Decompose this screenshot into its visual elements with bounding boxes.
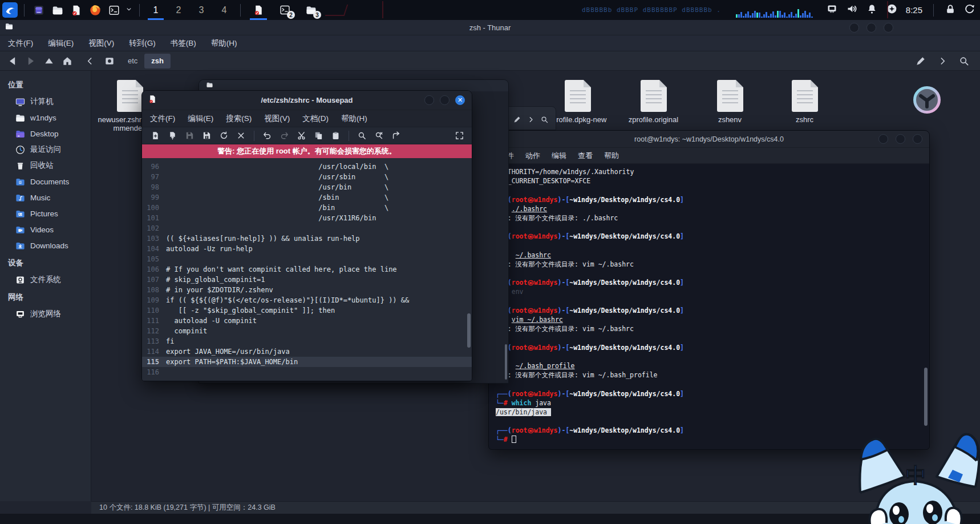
editor-line-108[interactable]: 108# in your $ZDOTDIR/.zshenv xyxy=(142,285,472,295)
mousepad-menu-文档(D)[interactable]: 文档(D) xyxy=(302,114,329,124)
thunar-menu-文件(F)[interactable]: 文件(F) xyxy=(8,38,33,49)
terminal-menu-编辑[interactable]: 编辑 xyxy=(552,151,566,161)
editor-line-96[interactable]: 96 /usr/local/bin \ xyxy=(142,162,472,172)
breadcrumb-root-button[interactable] xyxy=(100,54,119,68)
launcher-file-manager[interactable] xyxy=(50,2,65,18)
editor-line-109[interactable]: 109if (( ${${(@f)"$(</etc/os-release)"}[… xyxy=(142,295,472,305)
editor-line-97[interactable]: 97 /usr/sbin \ xyxy=(142,172,472,182)
search-icon[interactable] xyxy=(540,115,549,126)
terminal-scrollbar[interactable] xyxy=(924,368,928,426)
sidebar-item-浏览网络[interactable]: 浏览网络 xyxy=(0,306,91,322)
editor-line-113[interactable]: 113fi xyxy=(142,336,472,346)
workspace-3[interactable]: 3 xyxy=(192,0,211,20)
editor-line-101[interactable]: 101 /usr/X11R6/bin xyxy=(142,213,472,223)
editor-line-99[interactable]: 99 /sbin \ xyxy=(142,192,472,203)
sidebar-item-文件系统[interactable]: 文件系统 xyxy=(0,272,91,288)
sidebar-item-计算机[interactable]: 计算机 xyxy=(0,94,91,110)
thunar-menu-编辑(E)[interactable]: 编辑(E) xyxy=(48,38,74,49)
editor-line-115[interactable]: 115export PATH=$PATH:$JAVA_HOME/bin xyxy=(142,357,472,367)
breadcrumb-scroll-left[interactable] xyxy=(82,54,98,68)
terminal-dropdown-icon[interactable] xyxy=(125,5,133,15)
minimize-button[interactable] xyxy=(424,95,434,105)
launcher-mousepad[interactable] xyxy=(68,2,84,18)
launcher-firefox[interactable] xyxy=(87,2,103,18)
thunar-titlebar[interactable]: zsh - Thunar xyxy=(0,20,980,35)
file-item-zprofile.original[interactable]: zprofile.original xyxy=(618,80,689,124)
chevron-right-small-icon[interactable] xyxy=(527,115,535,126)
mousepad-menu-文件(F)[interactable]: 文件(F) xyxy=(150,114,175,124)
cpu-graph-widget[interactable] xyxy=(736,3,818,18)
sidebar-item-Videos[interactable]: Videos xyxy=(0,221,91,237)
volume-icon[interactable] xyxy=(846,3,858,17)
terminal-menu-帮助[interactable]: 帮助 xyxy=(604,151,619,161)
background-thunar-scrollbar[interactable] xyxy=(505,344,507,380)
logout-icon[interactable] xyxy=(964,3,975,17)
paste-button[interactable] xyxy=(329,129,342,142)
close-button[interactable] xyxy=(913,134,922,144)
sidebar-item-Pictures[interactable]: Pictures xyxy=(0,205,91,221)
file-item-zshrc[interactable]: zshrc xyxy=(769,80,840,124)
editor-line-104[interactable]: 104autoload -Uz run-help xyxy=(142,244,472,254)
find-replace-button[interactable] xyxy=(372,129,386,142)
terminal-titlebar[interactable]: root@w1ndys: ~w1ndys/Desktop/w1ndys/cs4.… xyxy=(489,131,929,148)
pencil-icon[interactable] xyxy=(513,115,521,126)
maximize-button[interactable] xyxy=(896,134,905,144)
sidebar-item-Desktop[interactable]: Desktop xyxy=(0,126,91,142)
find-button[interactable] xyxy=(355,129,368,142)
cut-button[interactable] xyxy=(295,129,308,142)
split-view-icon[interactable] xyxy=(934,54,950,68)
bell-icon[interactable] xyxy=(866,3,878,17)
editor-line-107[interactable]: 107# skip_global_compinit=1 xyxy=(142,275,472,285)
editor-line-102[interactable]: 102 xyxy=(142,223,472,233)
editor-line-114[interactable]: 114export JAVA_HOME=/usr/bin/java xyxy=(142,346,472,357)
undo-button[interactable] xyxy=(261,129,274,142)
workspace-2[interactable]: 2 xyxy=(169,0,188,20)
sidebar-item-回收站[interactable]: 回收站 xyxy=(0,158,91,174)
copy-button[interactable] xyxy=(312,129,325,142)
minimize-button[interactable] xyxy=(878,134,888,144)
pathbar[interactable] xyxy=(173,54,910,68)
terminal-menu-查看[interactable]: 查看 xyxy=(578,151,593,161)
up-button[interactable] xyxy=(41,54,57,68)
redo-button[interactable] xyxy=(278,129,291,142)
ethernet-icon[interactable] xyxy=(826,3,838,17)
close-button[interactable] xyxy=(234,129,248,142)
sidebar-item-最近访问[interactable]: 最近访问 xyxy=(0,142,91,158)
editor-line-116[interactable]: 116 xyxy=(142,367,472,377)
taskbar-mousepad[interactable] xyxy=(247,0,270,20)
back-button[interactable] xyxy=(5,54,21,68)
background-thunar-titlebar[interactable] xyxy=(199,80,508,91)
editor-line-110[interactable]: 110 [[ -z "$skip_global_compinit" ]]; th… xyxy=(142,305,472,316)
fullscreen-button[interactable] xyxy=(453,129,466,142)
sidebar-item-Documents[interactable]: Documents xyxy=(0,174,91,190)
mousepad-editor[interactable]: 96 /usr/local/bin \97 /usr/sbin \98 /usr… xyxy=(142,158,472,381)
sidebar-item-Downloads[interactable]: Downloads xyxy=(0,237,91,253)
home-button[interactable] xyxy=(59,54,75,68)
launcher-kali-menu[interactable] xyxy=(2,2,18,18)
editor-scrollbar[interactable] xyxy=(467,313,471,348)
mousepad-menu-帮助(H)[interactable]: 帮助(H) xyxy=(341,114,367,124)
minimize-button[interactable] xyxy=(849,23,859,33)
editor-line-111[interactable]: 111 autoload -U compinit xyxy=(142,316,472,326)
close-button[interactable]: ✕ xyxy=(455,95,465,105)
forward-button[interactable] xyxy=(23,54,39,68)
editor-line-100[interactable]: 100 /bin \ xyxy=(142,203,472,213)
terminal-output[interactable]: XAUTHORITY=/home/w1ndys/.XauthorityXDG_C… xyxy=(489,164,929,445)
terminal-menu-动作[interactable]: 动作 xyxy=(525,151,540,161)
taskbar-file-manager[interactable]: 3 xyxy=(299,0,322,20)
taskbar-terminal-app[interactable]: 2 xyxy=(273,0,296,20)
editor-line-106[interactable]: 106# If you don't want compinit called h… xyxy=(142,264,472,275)
save-as-button[interactable] xyxy=(200,129,213,142)
save-button[interactable] xyxy=(183,129,196,142)
clock[interactable]: 8:25 xyxy=(906,5,922,15)
breadcrumb-zsh[interactable]: zsh xyxy=(144,54,171,68)
background-window-fragment[interactable] xyxy=(501,106,556,130)
breadcrumb-etc[interactable]: etc xyxy=(121,54,144,68)
thunar-menu-视图(V)[interactable]: 视图(V) xyxy=(88,38,114,49)
mousepad-titlebar[interactable]: /etc/zsh/zshrc - Mousepad ✕ xyxy=(142,91,472,110)
new-button[interactable] xyxy=(149,129,162,142)
thunar-menu-帮助(H)[interactable]: 帮助(H) xyxy=(211,38,237,49)
close-button[interactable] xyxy=(884,23,893,33)
reload-button[interactable] xyxy=(217,129,230,142)
sidebar-item-Music[interactable]: Music xyxy=(0,190,91,205)
